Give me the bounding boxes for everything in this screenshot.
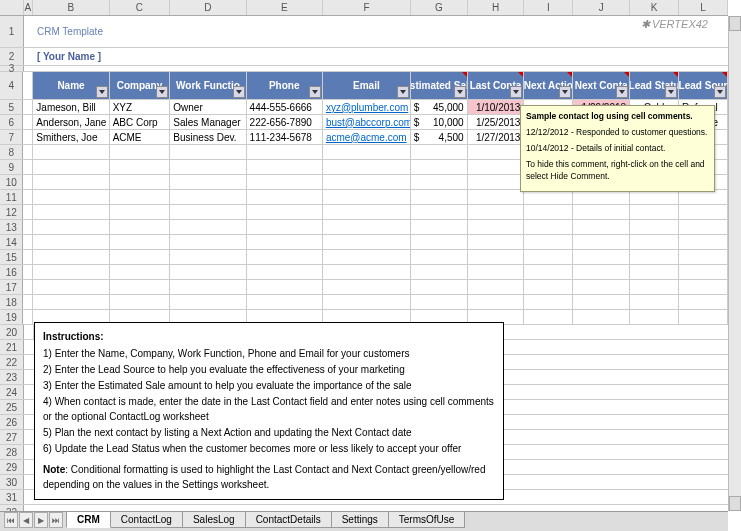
row-num[interactable]: 27 [0,430,24,444]
row-num[interactable]: 29 [0,460,24,474]
hdr-work-function[interactable]: Work Functio [170,72,246,99]
cell-estimated-sale[interactable]: $45,000 [411,100,468,114]
col-K[interactable]: K [630,0,679,15]
cell-company[interactable]: ACME [110,130,171,144]
sheet-tab-saleslog[interactable]: SalesLog [182,512,246,528]
cell-work-function[interactable]: Business Dev. [170,130,246,144]
cell-work-function[interactable]: Sales Manager [170,115,246,129]
row-num[interactable]: 5 [0,100,23,114]
filter-dropdown-icon[interactable] [96,86,108,98]
row-num[interactable]: 8 [0,145,23,159]
cell-company[interactable]: XYZ [110,100,171,114]
cell-phone[interactable]: 222-656-7890 [247,115,323,129]
sheet-tab-termsofuse[interactable]: TermsOfUse [388,512,466,528]
col-H[interactable]: H [468,0,525,15]
filter-dropdown-icon[interactable] [510,86,522,98]
row-num[interactable]: 10 [0,175,23,189]
col-L[interactable]: L [679,0,728,15]
cell-email[interactable]: xyz@plumber.com [323,100,411,114]
row-num[interactable]: 16 [0,265,23,279]
row-num[interactable]: 17 [0,280,23,294]
filter-dropdown-icon[interactable] [665,86,677,98]
tab-nav-prev-icon[interactable]: ◀ [19,512,33,528]
cell-company[interactable]: ABC Corp [110,115,171,129]
hdr-name[interactable]: Name [33,72,109,99]
row-num[interactable]: 22 [0,355,24,369]
hdr-email[interactable]: Email [323,72,411,99]
select-all-corner[interactable] [0,0,24,15]
row-num-1[interactable]: 1 [0,16,24,47]
col-E[interactable]: E [247,0,323,15]
row-num-4[interactable]: 4 [0,72,23,99]
hdr-next-contact[interactable]: Next Conta [573,72,630,99]
row-num[interactable]: 26 [0,415,24,429]
row-num[interactable]: 18 [0,295,23,309]
cell-name[interactable]: Smithers, Joe [33,130,109,144]
row-num[interactable]: 23 [0,370,24,384]
row-num[interactable]: 13 [0,220,23,234]
filter-dropdown-icon[interactable] [616,86,628,98]
row-num[interactable]: 15 [0,250,23,264]
cell-comment-tooltip[interactable]: Sample contact log using cell comments. … [520,105,715,192]
row-num[interactable]: 21 [0,340,24,354]
filter-dropdown-icon[interactable] [714,86,726,98]
row-num[interactable]: 12 [0,205,23,219]
col-J[interactable]: J [573,0,630,15]
col-F[interactable]: F [323,0,411,15]
col-C[interactable]: C [110,0,171,15]
cell-last-contact[interactable]: 1/25/2013 [468,115,525,129]
hdr-lead-status[interactable]: Lead Statu [630,72,679,99]
cell-estimated-sale[interactable]: $4,500 [411,130,468,144]
hdr-next-action[interactable]: Next Actio [524,72,573,99]
row-num-20[interactable]: 20 [0,325,24,339]
row-num[interactable]: 14 [0,235,23,249]
tab-nav-last-icon[interactable]: ⏭ [49,512,63,528]
filter-dropdown-icon[interactable] [559,86,571,98]
hdr-company[interactable]: Company [110,72,171,99]
cell-estimated-sale[interactable]: $10,000 [411,115,468,129]
row-num[interactable]: 25 [0,400,24,414]
hdr-lead-source[interactable]: Lead Sour [679,72,728,99]
row-num[interactable]: 24 [0,385,24,399]
filter-dropdown-icon[interactable] [454,86,466,98]
hdr-phone[interactable]: Phone [247,72,323,99]
hdr-last-contact[interactable]: Last Conta [468,72,525,99]
cell-name[interactable]: Anderson, Jane [33,115,109,129]
your-name-cell[interactable]: [ Your Name ] [34,48,728,65]
vertical-scrollbar[interactable] [728,16,741,511]
page-title[interactable]: CRM Template [34,16,728,47]
filter-dropdown-icon[interactable] [397,86,409,98]
filter-dropdown-icon[interactable] [156,86,168,98]
sheet-tab-contactdetails[interactable]: ContactDetails [245,512,332,528]
cell-last-contact[interactable]: 1/27/2013 [468,130,525,144]
row-num[interactable]: 11 [0,190,23,204]
tab-nav-first-icon[interactable]: ⏮ [4,512,18,528]
cell-work-function[interactable]: Owner [170,100,246,114]
row-num[interactable]: 19 [0,310,23,324]
row-num[interactable]: 28 [0,445,24,459]
cell-email[interactable]: bust@abccorp.com [323,115,411,129]
filter-dropdown-icon[interactable] [233,86,245,98]
cell-phone[interactable]: 444-555-6666 [247,100,323,114]
row-num[interactable]: 9 [0,160,23,174]
row-num-3[interactable]: 3 [0,66,24,71]
sheet-tab-contactlog[interactable]: ContactLog [110,512,183,528]
cell-name[interactable]: Jameson, Bill [33,100,109,114]
row-num[interactable]: 7 [0,130,23,144]
filter-dropdown-icon[interactable] [309,86,321,98]
row-num[interactable]: 31 [0,490,24,504]
tab-nav-next-icon[interactable]: ▶ [34,512,48,528]
row-num[interactable]: 30 [0,475,24,489]
col-B[interactable]: B [33,0,109,15]
col-G[interactable]: G [411,0,468,15]
col-D[interactable]: D [170,0,246,15]
hdr-estimated-sale[interactable]: Estimated Sale [411,72,468,99]
row-num[interactable]: 6 [0,115,23,129]
cell-email[interactable]: acme@acme.com [323,130,411,144]
cell-phone[interactable]: 111-234-5678 [247,130,323,144]
sheet-tab-crm[interactable]: CRM [66,512,111,528]
sheet-tab-settings[interactable]: Settings [331,512,389,528]
cell-last-contact[interactable]: 1/10/2013 [468,100,525,114]
col-A[interactable]: A [24,0,34,15]
col-I[interactable]: I [524,0,573,15]
